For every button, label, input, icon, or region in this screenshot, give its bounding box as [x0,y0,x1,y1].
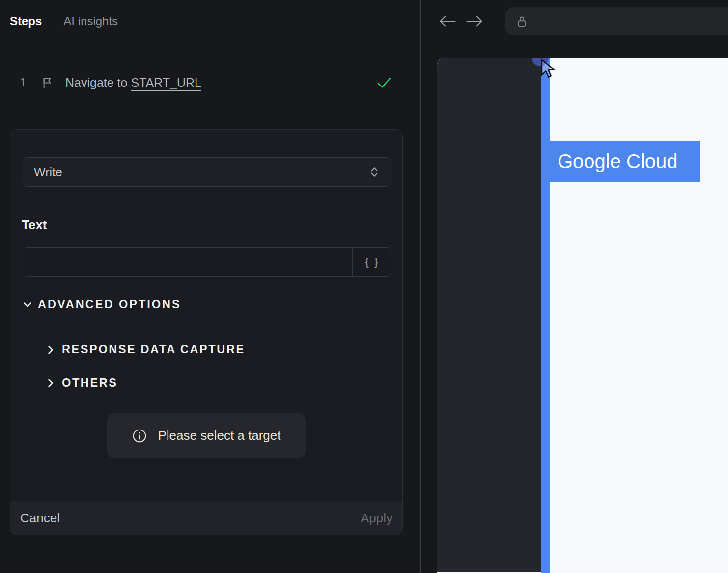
braces-icon[interactable]: { } [352,248,392,276]
browser-preview[interactable]: Google Cloud [437,58,728,573]
step-target-text: START_URL [131,76,201,89]
forward-arrow-icon [465,14,484,28]
editor-footer: Cancel Apply [10,501,402,535]
forward-button[interactable] [465,12,484,30]
url-input[interactable] [529,15,728,28]
preview-blue-stripe [541,58,550,573]
flag-icon [41,76,55,89]
chevron-right-icon [45,344,56,356]
google-cloud-brand-label: Google Cloud [558,150,678,172]
chevron-down-icon [22,299,33,311]
cancel-button[interactable]: Cancel [20,511,60,526]
steps-panel: Steps AI insights 1 Navigate toSTART_URL [0,0,420,573]
lock-icon [515,13,529,30]
select-target-hint-text: Please select a target [158,428,280,443]
step-editor-card: Write Text { } ADVA [10,129,403,535]
browser-toolbar [421,0,728,42]
url-bar[interactable] [505,7,728,35]
back-arrow-icon [438,14,457,28]
text-field-label: Text [22,217,47,232]
preview-page-sidebar [437,58,541,572]
step-label: Navigate toSTART_URL [65,76,201,90]
tab-ai-insights[interactable]: AI insights [63,14,118,28]
step-row-1[interactable]: 1 Navigate toSTART_URL [0,68,420,97]
action-type-value: Write [34,165,62,179]
left-tab-bar: Steps AI insights [0,0,420,42]
back-button[interactable] [438,12,457,30]
apply-button[interactable]: Apply [361,511,392,526]
response-data-capture-toggle[interactable]: RESPONSE DATA CAPTURE [45,343,245,356]
step-number: 1 [20,76,29,89]
others-toggle[interactable]: OTHERS [45,376,118,390]
action-type-select[interactable]: Write [22,157,392,187]
browser-panel: Google Cloud [421,0,728,573]
advanced-options-toggle[interactable]: ADVANCED OPTIONS [22,298,181,311]
select-updown-icon [369,165,380,179]
workflow-builder-app: Steps AI insights 1 Navigate toSTART_URL [0,0,728,573]
text-input[interactable] [22,248,352,276]
select-target-hint: Please select a target [107,413,306,458]
check-icon [376,76,392,89]
step-action-text: Navigate to [65,76,127,89]
advanced-options-label: ADVANCED OPTIONS [38,298,181,311]
google-cloud-brand-link[interactable]: Google Cloud [549,141,700,182]
info-icon [132,428,147,444]
others-label: OTHERS [62,376,118,390]
tab-steps[interactable]: Steps [10,14,42,28]
chevron-right-icon [45,377,56,389]
text-input-group: { } [22,247,392,277]
card-divider [20,483,391,483]
response-data-capture-label: RESPONSE DATA CAPTURE [62,343,245,356]
